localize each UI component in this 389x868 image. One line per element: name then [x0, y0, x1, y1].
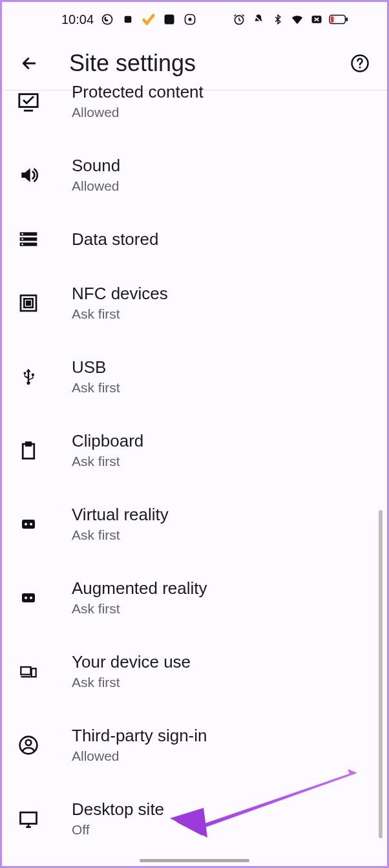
item-title: Protected content [72, 81, 372, 103]
back-button[interactable] [14, 48, 45, 79]
svg-point-17 [21, 238, 23, 240]
item-sub: Ask first [72, 673, 372, 692]
svg-rect-34 [21, 812, 37, 824]
scrollbar-thumb[interactable] [379, 510, 383, 838]
svg-point-4 [189, 18, 192, 21]
item-sound[interactable]: Sound Allowed [2, 138, 387, 212]
nav-handle[interactable] [140, 859, 249, 862]
item-usb[interactable]: USB Ask first [2, 340, 387, 414]
page-title: Site settings [69, 50, 344, 77]
svg-rect-9 [331, 16, 334, 22]
sound-icon [17, 164, 39, 186]
svg-point-25 [25, 523, 27, 525]
clipboard-icon [17, 439, 39, 461]
item-title: Desktop site [72, 799, 372, 820]
item-title: Virtual reality [72, 504, 372, 525]
app-icon [121, 12, 135, 26]
check-icon [142, 12, 156, 26]
ar-icon [17, 587, 39, 609]
item-title: Your device use [72, 651, 372, 673]
alarm-icon [232, 12, 246, 26]
item-sub: Ask first [72, 379, 372, 397]
status-bar: 10:04 [2, 2, 387, 37]
svg-rect-24 [22, 520, 35, 529]
svg-point-28 [25, 597, 27, 599]
signal-icon [310, 12, 324, 26]
nfc-icon [17, 292, 39, 314]
whatsapp-icon [100, 12, 114, 26]
svg-point-26 [30, 523, 32, 525]
settings-list: Protected content Allowed Sound Allowed … [2, 65, 387, 856]
battery-icon [329, 12, 348, 26]
svg-point-29 [30, 597, 32, 599]
svg-point-33 [26, 740, 32, 746]
help-button[interactable] [344, 48, 375, 79]
bluetooth-icon [271, 12, 285, 26]
svg-rect-31 [32, 668, 36, 677]
item-title: Augmented reality [72, 578, 372, 599]
item-sub: Ask first [72, 600, 372, 618]
svg-rect-30 [21, 667, 30, 675]
arrow-left-icon [19, 54, 39, 73]
vr-icon [17, 513, 39, 535]
svg-point-16 [21, 233, 23, 235]
svg-rect-8 [346, 17, 348, 21]
svg-rect-21 [26, 301, 30, 304]
account-icon [17, 734, 39, 756]
circle-icon [183, 12, 197, 26]
item-sub: Off [72, 821, 372, 839]
devices-icon [17, 661, 39, 683]
item-data-stored[interactable]: Data stored [2, 212, 387, 266]
storage-icon [17, 228, 39, 250]
item-sub: Allowed [72, 177, 372, 195]
item-sub: Ask first [72, 452, 372, 471]
item-nfc-devices[interactable]: NFC devices Ask first [2, 266, 387, 340]
mute-icon [251, 12, 266, 26]
item-title: Data stored [72, 229, 372, 250]
item-virtual-reality[interactable]: Virtual reality Ask first [2, 487, 387, 561]
svg-rect-2 [165, 15, 174, 25]
item-title: Third-party sign-in [72, 725, 372, 746]
usb-icon [17, 366, 39, 388]
item-desktop-site[interactable]: Desktop site Off [2, 782, 387, 856]
item-title: USB [72, 357, 372, 378]
desktop-icon [17, 808, 39, 830]
svg-rect-27 [22, 593, 35, 602]
note-icon [162, 12, 176, 26]
item-augmented-reality[interactable]: Augmented reality Ask first [2, 561, 387, 635]
item-sub: Ask first [72, 305, 372, 323]
wifi-icon [290, 12, 304, 26]
svg-point-11 [359, 67, 361, 69]
item-your-device-use[interactable]: Your device use Ask first [2, 635, 387, 708]
help-icon [350, 54, 370, 73]
item-sub: Ask first [72, 526, 372, 544]
item-title: NFC devices [72, 283, 372, 304]
status-time: 10:04 [61, 12, 94, 27]
svg-rect-1 [125, 16, 132, 23]
item-clipboard[interactable]: Clipboard Ask first [2, 414, 387, 487]
item-title: Clipboard [72, 430, 372, 452]
svg-point-18 [21, 244, 23, 246]
item-title: Sound [72, 155, 372, 176]
svg-rect-23 [26, 443, 31, 446]
item-third-party-sign-in[interactable]: Third-party sign-in Allowed [2, 708, 387, 782]
protected-content-icon [17, 90, 39, 112]
item-sub: Allowed [72, 103, 372, 122]
item-sub: Allowed [72, 747, 372, 765]
